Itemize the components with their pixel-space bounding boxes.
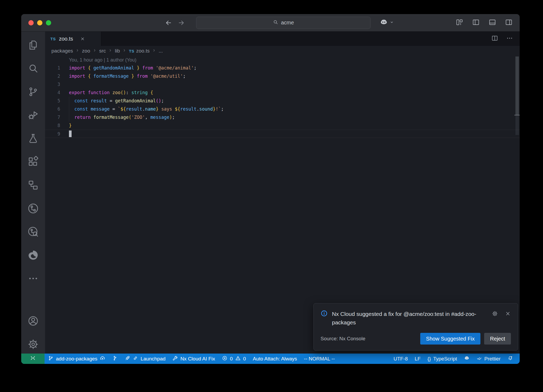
activity-bar — [21, 32, 45, 354]
code-text: return formatMessage('ZOO', message); — [69, 113, 175, 121]
activity-bar-item-nx-console[interactable] — [27, 202, 39, 215]
activity-bar-item-edge-tools[interactable] — [27, 249, 39, 261]
line-number: 7 — [45, 113, 60, 121]
show-suggested-fix-button[interactable]: Show Suggested Fix — [420, 333, 480, 345]
code-line-7: 7 return formatMessage('ZOO', message); — [45, 113, 520, 121]
statusbar-label: -- NORMAL -- — [304, 356, 335, 362]
statusbar-problems[interactable]: 00 — [218, 354, 249, 364]
chevron-right-icon — [75, 48, 80, 54]
activity-bar-item-extensions[interactable] — [27, 156, 39, 168]
activity-bar-item-references[interactable] — [27, 179, 39, 191]
remote-icon — [30, 355, 36, 362]
minimize-window-button[interactable] — [37, 20, 42, 25]
warning-icon — [235, 355, 241, 362]
chevron-right-icon — [152, 48, 156, 54]
close-window-button[interactable] — [28, 20, 34, 25]
back-button[interactable] — [165, 19, 172, 27]
git-branch-icon — [48, 355, 54, 362]
notification-close-icon[interactable] — [505, 311, 511, 318]
statusbar-notifications-bell[interactable] — [504, 354, 516, 364]
breadcrumb-item-zoo-ts[interactable]: TSzoo.ts — [129, 48, 150, 54]
code-text: } — [69, 121, 72, 130]
line-number: 5 — [45, 97, 60, 105]
copilot-menu[interactable] — [380, 18, 395, 28]
breadcrumb-item-lib[interactable]: lib — [115, 48, 120, 54]
chevron-right-icon — [108, 48, 112, 54]
double-check-icon — [476, 355, 482, 362]
toggle-secondary-sidebar-icon[interactable] — [505, 18, 513, 27]
statusbar-remote-indicator[interactable] — [21, 354, 45, 364]
command-center: acme — [165, 17, 395, 29]
breadcrumb-item-src[interactable]: src — [99, 48, 106, 54]
statusbar-label: 0 — [230, 356, 233, 362]
status-bar: add-zoo-packagesLaunchpadNx Cloud AI Fix… — [21, 354, 520, 364]
cloud-upload-icon — [100, 355, 105, 362]
code-line-3: 3 — [45, 80, 520, 89]
notification-source: Source: Nx Console — [321, 336, 365, 342]
statusbar-encoding[interactable]: UTF-8 — [390, 354, 411, 364]
statusbar-end-of-line[interactable]: LF — [411, 354, 424, 364]
line-number: 9 — [45, 130, 60, 138]
statusbar-label: Prettier — [484, 356, 501, 362]
zoom-window-button[interactable] — [46, 20, 51, 25]
activity-bar-item-source-control[interactable] — [27, 86, 39, 98]
statusbar-language-mode[interactable]: {}TypeScript — [424, 354, 460, 364]
statusbar-git-branch-status[interactable]: add-zoo-packages — [45, 354, 109, 364]
notification-settings-icon[interactable] — [492, 311, 498, 318]
toggle-panel-icon[interactable] — [488, 18, 496, 27]
statusbar-label: Auto Attach: Always — [253, 356, 297, 362]
editor-cursor — [69, 130, 72, 137]
rocket-icon — [125, 355, 130, 362]
statusbar-formatter-prettier[interactable]: Prettier — [473, 354, 504, 364]
breadcrumb: packageszoosrclibTSzoo.ts... — [45, 46, 520, 56]
breadcrumb-item-packages[interactable]: packages — [51, 48, 73, 54]
statusbar-vim-mode[interactable]: -- NORMAL -- — [300, 354, 338, 364]
statusbar-label: TypeScript — [433, 356, 457, 362]
code-line-8: 8} — [45, 121, 520, 130]
activity-bar-item-testing[interactable] — [27, 132, 39, 145]
activity-bar-item-nx-cloud[interactable] — [27, 226, 39, 238]
statusbar-copilot-status[interactable] — [461, 354, 473, 364]
error-icon — [222, 355, 227, 362]
info-icon — [321, 310, 328, 318]
link-icon — [133, 355, 138, 362]
breadcrumb-item--[interactable]: ... — [159, 48, 163, 54]
statusbar-nx-cloud-ai-fix[interactable]: Nx Cloud AI Fix — [169, 354, 218, 364]
breadcrumb-item-zoo[interactable]: zoo — [82, 48, 90, 54]
tab-zoo-ts[interactable]: TS zoo.ts — [45, 32, 101, 46]
toggle-primary-sidebar-icon[interactable] — [472, 18, 480, 27]
copilot-icon — [380, 23, 388, 27]
typescript-file-icon: TS — [50, 37, 56, 41]
code-text: import { getRandomAnimal } from '@acme/a… — [69, 64, 196, 72]
line-number: 2 — [45, 72, 60, 80]
statusbar-auto-attach[interactable]: Auto Attach: Always — [249, 354, 300, 364]
activity-bar-item-search[interactable] — [27, 62, 39, 75]
more-actions-icon[interactable] — [506, 34, 513, 43]
split-editor-icon[interactable] — [491, 34, 498, 43]
code-text: export function zoo(): string { — [69, 89, 153, 97]
typescript-file-icon: TS — [129, 49, 134, 53]
overview-ruler — [515, 115, 519, 135]
statusbar-launchpad[interactable]: Launchpad — [121, 354, 169, 364]
line-number: 8 — [45, 121, 60, 130]
chevron-right-icon — [93, 48, 97, 54]
customize-layout-icon[interactable] — [456, 18, 463, 27]
wrench-icon — [172, 355, 178, 362]
line-number: 6 — [45, 105, 60, 113]
activity-bar-item-accounts[interactable] — [27, 315, 39, 327]
statusbar-label: UTF-8 — [393, 356, 408, 362]
activity-bar-item-explorer[interactable] — [27, 39, 39, 51]
forward-button[interactable] — [178, 19, 185, 27]
scrollbar-thumb[interactable] — [515, 56, 519, 115]
activity-bar-item-additional-views[interactable] — [27, 272, 39, 285]
search-input[interactable]: acme — [196, 17, 371, 29]
activity-bar-item-settings[interactable] — [27, 338, 39, 350]
tab-label: zoo.ts — [59, 36, 73, 42]
search-value: acme — [281, 20, 294, 26]
vscode-window: acme TS zoo.ts — [21, 14, 520, 364]
nx-target-icon — [112, 355, 118, 362]
close-tab-icon[interactable] — [80, 36, 85, 41]
reject-button[interactable]: Reject — [484, 333, 511, 345]
activity-bar-item-run-and-debug[interactable] — [27, 109, 39, 121]
statusbar-nx-console-status[interactable] — [109, 354, 121, 364]
